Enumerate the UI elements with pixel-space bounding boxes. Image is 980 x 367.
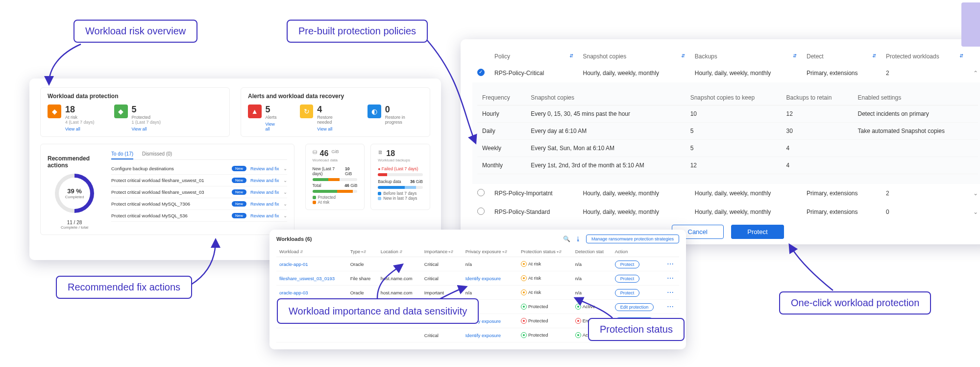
search-icon[interactable]: 🔍 (563, 236, 570, 242)
wkbk-label: Workload backups (378, 158, 423, 162)
freq-cell: Daily (477, 123, 526, 140)
protect-button[interactable]: Protect (731, 225, 784, 239)
total-label: Total (313, 183, 321, 188)
enabled-cell (853, 157, 978, 174)
importance-cell: Critical (421, 328, 463, 342)
detstatus-cell: n/a (572, 271, 612, 286)
atrisk-sub: 4 (Last 7 days) (65, 120, 95, 125)
gauge-pct: 39 % (67, 187, 82, 195)
frequency-table: Frequency Snapshot copies Snapshot copie… (477, 90, 978, 174)
action-name: Protect critical workload MySQL_536 (111, 213, 228, 218)
workload-link[interactable]: oracle-app-03 (279, 290, 308, 295)
freq-row: Weekly Every Sat, Sun, Mon at 6:10 AM 5 … (477, 140, 978, 157)
col-protwk[interactable]: Protected workloads⇵ (881, 49, 968, 64)
more-icon[interactable]: ⋯ (667, 288, 674, 296)
more-icon[interactable]: ⋯ (667, 260, 674, 268)
legend-atrisk: At risk (318, 200, 330, 205)
protect-button[interactable]: Protect (615, 289, 640, 297)
col-location[interactable]: Location⇵ (378, 246, 421, 257)
action-name: Protect critical workload fileshare_uswe… (111, 189, 228, 195)
importance-cell: Critical (421, 257, 463, 271)
workload-link[interactable]: oracle-app-01 (279, 262, 308, 267)
expand-icon[interactable]: ⌃ (973, 70, 978, 77)
chevron-down-icon[interactable]: ⌄ (283, 213, 287, 218)
status-icon (521, 318, 527, 324)
review-link[interactable]: Review and fix (250, 190, 279, 195)
col-enabled: Enabled settings (853, 90, 978, 105)
table-row: fileshare_uswest_03_0193 File share host… (276, 271, 679, 286)
callout-risk: Workload risk overview (74, 20, 197, 43)
protected-label: Protected (132, 115, 161, 120)
viewall-link[interactable]: View all (317, 127, 348, 131)
policy-bk: Hourly, daily, weekly, monthly (690, 184, 802, 203)
retain-cell: 30 (782, 123, 853, 140)
type-cell (347, 328, 378, 342)
review-link[interactable]: Review and fix (250, 178, 279, 183)
chevron-down-icon[interactable]: ⌄ (283, 189, 287, 195)
legend-before: Before last 7 days (383, 191, 416, 196)
col-policy[interactable]: Policy⇵ (490, 49, 578, 64)
backup-icon: 🗎 (378, 149, 383, 155)
shield-warn-icon: ◆ (48, 105, 61, 118)
review-link[interactable]: Review and fix (250, 213, 279, 218)
col-workload[interactable]: Workload⇵ (276, 246, 347, 257)
callout-oneclick: One-click workload protection (779, 291, 931, 315)
col-privacy[interactable]: Privacy exposure▾⇵ (463, 246, 518, 257)
more-icon[interactable]: ⋯ (667, 303, 674, 311)
importance-cell: Important (421, 286, 463, 300)
review-link[interactable]: Review and fix (250, 166, 279, 171)
status-icon (521, 304, 527, 310)
policy-radio[interactable] (477, 189, 485, 196)
expand-icon[interactable]: ⌄ (973, 190, 978, 197)
chevron-down-icon[interactable]: ⌄ (283, 201, 287, 207)
workload-protection-card: Workload data protection ◆ 18 At risk 4 … (40, 87, 230, 137)
col-detect[interactable]: Detect⇵ (802, 49, 881, 64)
policy-det: Primary, extensions (802, 64, 881, 82)
col-snapshot[interactable]: Snapshot copies⇵ (578, 49, 690, 64)
viewall-link[interactable]: View all (132, 127, 161, 131)
workload-link[interactable]: fileshare_uswest_03_0193 (279, 276, 335, 281)
tab-dismissed[interactable]: Dismissed (0) (142, 149, 172, 159)
policy-name: RPS-Policy-Critical (490, 64, 578, 82)
decorative-stripe (961, 2, 980, 47)
policy-row: RPS-Policy-Importatnt Hourly, daily, wee… (472, 184, 980, 203)
retain-cell: 12 (782, 105, 853, 123)
expand-icon[interactable]: ⌄ (973, 209, 978, 215)
viewall-link[interactable]: View all (65, 127, 95, 131)
policy-row: RPS-Policy-Standard Hourly, daily, weekl… (472, 203, 980, 221)
chevron-down-icon[interactable]: ⌄ (283, 166, 287, 171)
col-protstatus[interactable]: Protection status▾⇵ (518, 246, 572, 257)
new-badge: New (232, 166, 246, 171)
table-row: oracle-app-01 Oracle Critical n/a At ris… (276, 257, 679, 271)
download-icon[interactable]: ⭳ (575, 236, 581, 242)
alerts-value: 5 (266, 105, 280, 115)
tab-todo[interactable]: To do (17) (111, 149, 133, 159)
identify-exposure-link[interactable]: Identify exposure (466, 333, 501, 338)
col-detstatus[interactable]: Detection stat (572, 246, 612, 257)
protect-button[interactable]: Protect (615, 275, 640, 283)
col-backups[interactable]: Backups⇵ (690, 49, 802, 64)
snap-cell: Every Sat, Sun, Mon at 6:10 AM (526, 140, 685, 157)
edit-button[interactable]: Edit protection (615, 303, 654, 311)
policy-snap: Hourly, daily, weekly, monthly (578, 64, 690, 82)
new7-label: New (Last 7 days) (313, 166, 345, 176)
viewall-link[interactable]: View all (266, 122, 280, 131)
more-icon[interactable]: ⋯ (667, 274, 674, 282)
policy-radio[interactable] (477, 208, 485, 215)
policy-det: Primary, extensions (802, 184, 881, 203)
policy-radio[interactable] (477, 69, 485, 76)
alerts-label: Alerts (266, 115, 280, 120)
snap-cell: Every day at 6:10 AM (526, 123, 685, 140)
shield-ok-icon: ◆ (114, 105, 128, 118)
chevron-down-icon[interactable]: ⌄ (283, 178, 287, 183)
keep-cell: 10 (686, 105, 782, 123)
identify-exposure-link[interactable]: Identify exposure (466, 276, 501, 281)
col-importance[interactable]: Importance▾⇵ (421, 246, 463, 257)
detstatus-cell: n/a (572, 286, 612, 300)
review-link[interactable]: Review and fix (250, 202, 279, 207)
protect-button[interactable]: Protect (615, 261, 640, 268)
col-type[interactable]: Type▾⇵ (347, 246, 378, 257)
manage-strategies-button[interactable]: Manage ransomware protection strategies (586, 235, 679, 243)
location-cell: host.name.com (378, 286, 421, 300)
stat-protected: ◆ 5 Protected 1 (Last 7 days) View all (114, 105, 161, 131)
